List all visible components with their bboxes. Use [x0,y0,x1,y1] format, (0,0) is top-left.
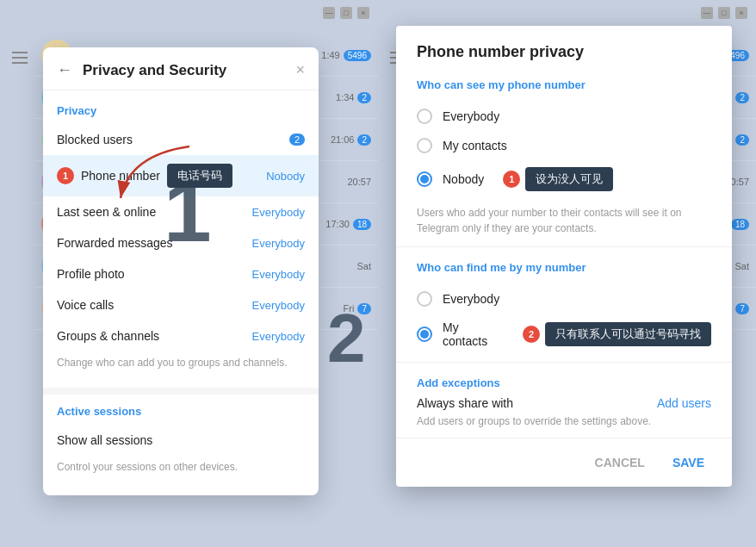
nobody-see-radio[interactable] [417,171,432,187]
my-contacts-see-option[interactable]: My contacts [396,131,732,160]
left-window-chrome: — □ × [314,0,378,26]
dialog-title: Privacy and Security [83,62,285,79]
active-sessions-label: Active sessions [43,401,319,425]
nobody-see-option[interactable]: Nobody 1 设为没人可见 [396,160,732,198]
privacy-security-dialog: ← Privacy and Security × Privacy Blocked… [43,47,319,495]
right-window-chrome: — □ × [692,0,756,26]
everybody-see-label: Everybody [443,109,499,123]
maximize-btn-left[interactable]: □ [340,7,352,19]
back-button[interactable]: ← [57,61,72,79]
number-2-annotation: 2 [319,284,456,388]
step-1-badge-right: 1 [503,171,520,188]
groups-channels-label: Groups & channels [57,329,159,343]
dialog-header: ← Privacy and Security × [43,47,319,90]
phone-number-value: Nobody [266,170,305,183]
phone-privacy-title: Phone number privacy [396,26,732,75]
close-dialog-button[interactable]: × [295,61,305,79]
groups-channels-value: Everybody [252,330,305,343]
last-seen-value: Everybody [252,206,305,219]
show-all-sessions-label: Show all sessions [57,433,152,447]
step-1-badge: 1 [57,167,74,184]
svg-text:2: 2 [327,300,366,376]
large-number-1: 1 [164,168,212,254]
groups-channels-item[interactable]: Groups & channels Everybody [43,320,319,351]
voice-calls-label: Voice calls [57,298,114,312]
contacts-tooltip: 只有联系人可以通过号码寻找 [545,322,711,346]
section-divider [43,388,319,395]
nobody-tooltip: 设为没人可见 [525,167,613,191]
everybody-see-radio[interactable] [417,109,432,124]
cancel-button[interactable]: CANCEL [588,452,652,473]
my-contacts-see-label: My contacts [443,139,507,152]
privacy-hint: Change who can add you to groups and cha… [43,351,319,381]
voice-calls-item[interactable]: Voice calls Everybody [43,289,319,320]
voice-calls-value: Everybody [252,299,305,312]
minimize-btn-left[interactable]: — [323,7,335,19]
profile-photo-label: Profile photo [57,267,125,281]
profile-photo-value: Everybody [252,268,305,281]
add-users-button[interactable]: Add users [657,396,711,410]
svg-rect-2 [12,62,28,64]
step-2-badge-right: 2 [523,326,540,343]
maximize-btn-right[interactable]: □ [718,7,730,19]
privacy-section-label: Privacy [43,101,319,124]
blocked-users-badge: 2 [289,134,305,146]
dialog-footer: CANCEL SAVE [396,438,732,487]
show-all-sessions-item[interactable]: Show all sessions [43,425,319,456]
close-btn-left[interactable]: × [357,7,369,19]
close-btn-right[interactable]: × [735,7,747,19]
svg-rect-0 [12,52,28,53]
forwarded-messages-label: Forwarded messages [57,236,173,250]
phone-see-hint: Users who add your number to their conta… [396,198,732,247]
nobody-see-label: Nobody [443,172,484,186]
add-exceptions-label: Add exceptions [417,373,711,396]
svg-rect-1 [12,57,28,59]
who-can-find-label: Who can find me by my number [396,258,732,284]
minimize-btn-right[interactable]: — [701,7,713,19]
my-contacts-see-radio[interactable] [417,138,432,153]
phone-privacy-dialog: Phone number privacy Who can see my phon… [396,26,732,487]
sessions-hint: Control your sessions on other devices. [43,456,319,485]
profile-photo-item[interactable]: Profile photo Everybody [43,258,319,289]
who-can-see-label: Who can see my phone number [396,75,732,102]
forwarded-messages-value: Everybody [252,237,305,250]
exceptions-hint: Add users or groups to override the sett… [417,415,711,427]
save-button[interactable]: SAVE [666,452,711,473]
everybody-see-option[interactable]: Everybody [396,102,732,131]
sidebar-toggle-left[interactable] [7,45,33,71]
always-share-label: Always share with [417,396,513,410]
